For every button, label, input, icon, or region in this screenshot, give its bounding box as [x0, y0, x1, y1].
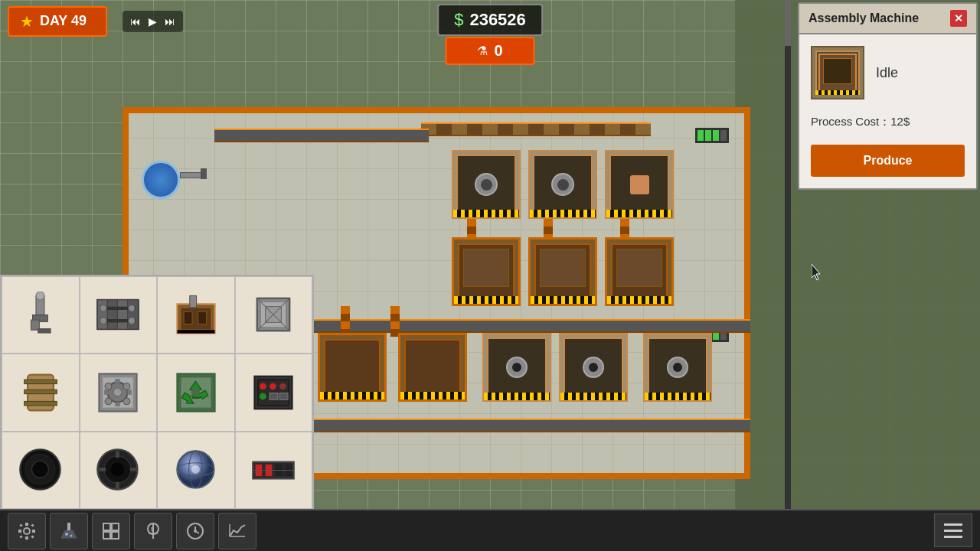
assembly-2[interactable]	[528, 237, 597, 306]
palette-item-robot-arm[interactable]	[2, 276, 80, 354]
machine-bot-4[interactable]	[559, 333, 628, 402]
svg-rect-80	[32, 530, 35, 533]
svg-rect-8	[108, 300, 118, 329]
play-button[interactable]: ▶	[149, 15, 157, 28]
svg-point-60	[111, 463, 124, 476]
palette-item-sphere-module[interactable]	[157, 432, 235, 510]
money-amount: 236526	[469, 10, 525, 30]
ham-line-3	[944, 536, 962, 538]
machine-worker-1[interactable]	[452, 150, 521, 219]
svg-rect-83	[19, 535, 22, 538]
panel-close-button[interactable]: ✕	[950, 10, 967, 27]
svg-rect-61	[116, 452, 119, 458]
svg-rect-38	[104, 390, 108, 395]
conveyor-track-h	[214, 129, 429, 142]
svg-rect-29	[24, 380, 57, 383]
svg-rect-53	[270, 393, 278, 399]
assembly-bot-2[interactable]	[398, 333, 467, 402]
dollar-icon: $	[454, 10, 463, 30]
svg-point-87	[70, 534, 73, 536]
palette-item-black-module-1[interactable]	[2, 432, 80, 510]
svg-point-41	[123, 383, 130, 390]
ham-line-1	[944, 523, 962, 526]
items-button[interactable]	[92, 513, 130, 549]
palette-item-conveyor[interactable]	[80, 276, 158, 354]
item-palette	[0, 275, 314, 510]
conv-v-bot-1	[341, 306, 350, 337]
slow-play-button[interactable]: ⏮	[130, 15, 141, 28]
palette-item-control-panel[interactable]	[235, 354, 313, 432]
svg-rect-89	[112, 523, 119, 530]
svg-rect-54	[279, 393, 288, 399]
ind-green	[697, 130, 704, 141]
palette-item-container[interactable]	[235, 276, 313, 354]
ind-gray	[720, 130, 727, 141]
svg-rect-64	[130, 468, 137, 471]
conveyor-middle	[314, 319, 750, 333]
star-icon: ★	[20, 12, 34, 31]
svg-rect-81	[19, 523, 22, 527]
machine-worker-3[interactable]	[605, 150, 674, 219]
playback-controls: ⏮ ▶ ⏭	[122, 11, 183, 32]
svg-rect-20	[198, 311, 206, 324]
hamburger-menu-button[interactable]	[934, 514, 972, 547]
palette-item-factory[interactable]	[157, 276, 235, 354]
svg-point-86	[65, 533, 68, 536]
fast-play-button[interactable]: ⏭	[165, 15, 175, 28]
svg-rect-19	[184, 311, 192, 324]
svg-rect-7	[98, 300, 108, 329]
machine-bot-3[interactable]	[482, 333, 551, 402]
assembly-bot-1[interactable]	[318, 333, 387, 402]
palette-item-gear-machine[interactable]	[80, 354, 158, 432]
money-display: $ 236526	[437, 4, 543, 36]
machine-icon	[811, 46, 864, 99]
ham-line-2	[944, 530, 962, 532]
svg-rect-82	[31, 523, 34, 527]
flask-icon: ⚗	[477, 44, 488, 58]
svg-rect-37	[115, 402, 120, 406]
svg-rect-78	[25, 536, 28, 540]
produce-button[interactable]: Produce	[811, 145, 965, 177]
svg-point-43	[123, 398, 130, 405]
svg-point-13	[100, 305, 107, 312]
palette-item-bar-module[interactable]	[235, 432, 313, 510]
svg-point-35	[113, 388, 122, 396]
assembly-3[interactable]	[605, 237, 674, 306]
machine-bot-5[interactable]	[643, 333, 712, 402]
process-cost: Process Cost：12$	[811, 115, 965, 129]
assembly-1[interactable]	[452, 237, 521, 306]
svg-point-76	[24, 528, 30, 534]
svg-rect-21	[177, 330, 214, 333]
svg-rect-39	[128, 390, 132, 395]
machine-worker-2[interactable]	[528, 150, 597, 219]
panel-header: Assembly Machine ✕	[799, 4, 976, 34]
palette-item-recycler[interactable]	[157, 354, 235, 432]
svg-text:$: $	[151, 527, 154, 533]
science-button[interactable]	[50, 513, 88, 549]
svg-rect-63	[100, 468, 106, 471]
svg-rect-4	[38, 328, 51, 334]
day-badge: ★ DAY 49	[8, 6, 107, 37]
palette-item-black-module-2[interactable]	[80, 432, 158, 510]
svg-point-99	[194, 530, 197, 533]
science-count: 0	[494, 42, 502, 60]
svg-point-50	[270, 383, 276, 390]
svg-rect-79	[18, 530, 21, 533]
economy-button[interactable]: $	[134, 513, 172, 549]
stats-button[interactable]	[218, 513, 256, 549]
svg-rect-77	[25, 523, 28, 526]
clock-button[interactable]	[176, 513, 214, 549]
conveyor-indicator-top	[695, 128, 729, 143]
machine-status: Idle	[876, 65, 898, 81]
svg-rect-84	[31, 535, 34, 538]
settings-button[interactable]	[8, 513, 46, 549]
process-cost-label: Process Cost：12$	[811, 115, 910, 128]
bottom-toolbar: $	[0, 509, 980, 551]
robot-arm-joint	[180, 172, 203, 178]
conveyor-bottom	[314, 419, 750, 432]
palette-item-barrel[interactable]	[2, 354, 80, 432]
science-display: ⚗ 0	[445, 37, 534, 65]
svg-rect-36	[115, 379, 120, 383]
conveyor-top	[421, 122, 651, 136]
right-scrollbar[interactable]	[785, 0, 791, 551]
